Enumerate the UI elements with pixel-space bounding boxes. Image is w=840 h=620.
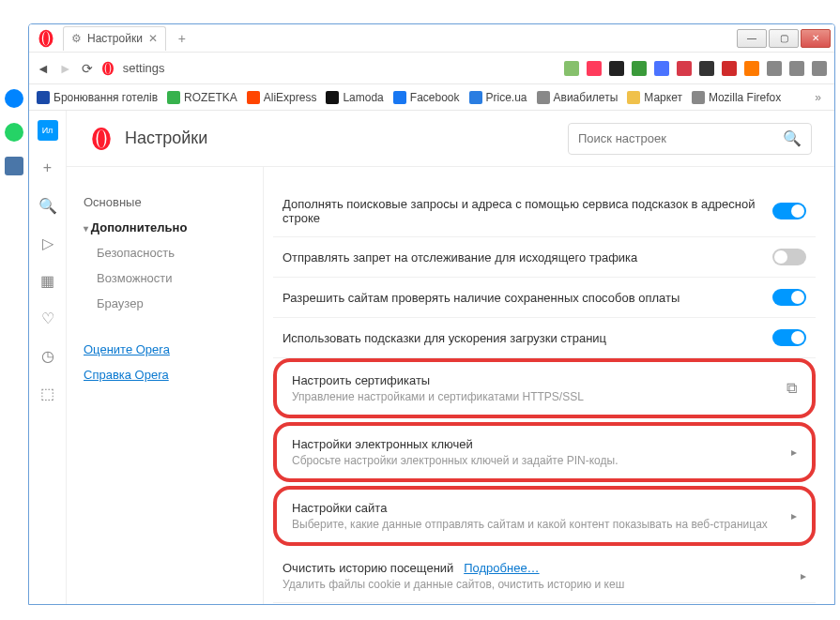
bookmark-item[interactable]: ROZETKA bbox=[167, 91, 237, 104]
bookmark-favicon bbox=[167, 91, 180, 104]
bookmark-label: Mozilla Firefox bbox=[709, 91, 781, 104]
vk-app-icon[interactable] bbox=[5, 157, 23, 175]
adblock-icon[interactable] bbox=[722, 61, 737, 76]
clear-sub: Удалить файлы cookie и данные сайтов, оч… bbox=[283, 578, 801, 591]
nav-basic[interactable]: Основные bbox=[84, 189, 246, 215]
opera-url-icon bbox=[100, 61, 115, 76]
reload-button[interactable]: ⟳ bbox=[82, 61, 93, 76]
messenger-app-icon[interactable] bbox=[5, 89, 23, 108]
bookmark-item[interactable]: Авиабилеты bbox=[537, 91, 619, 104]
chevron-right-icon: ▸ bbox=[791, 446, 797, 459]
opera-header-icon bbox=[89, 127, 114, 151]
ghost-icon[interactable] bbox=[609, 61, 624, 76]
link-certificates[interactable]: Настроить сертификаты Управление настрой… bbox=[286, 370, 802, 407]
link-clear-history[interactable]: Очистить историю посещений Подробнее… Уд… bbox=[273, 550, 816, 603]
extension-icons bbox=[564, 61, 827, 76]
tab-bar: ⚙ Настройки ✕ + — ▢ ✕ bbox=[29, 24, 834, 53]
toggle-dnt[interactable] bbox=[772, 249, 806, 265]
shield-icon[interactable] bbox=[564, 61, 579, 76]
bookmark-favicon bbox=[247, 91, 260, 104]
bookmark-item[interactable]: AliExpress bbox=[247, 91, 317, 104]
orange-icon[interactable] bbox=[744, 61, 759, 76]
row-payment-check: Разрешить сайтам проверять наличие сохра… bbox=[273, 278, 816, 318]
heart-icon[interactable] bbox=[587, 61, 602, 76]
svg-point-8 bbox=[98, 129, 105, 148]
tab-close-button[interactable]: ✕ bbox=[148, 32, 158, 45]
clear-more-link[interactable]: Подробнее… bbox=[464, 561, 539, 575]
menu-icon[interactable] bbox=[812, 61, 827, 76]
bookmark-favicon bbox=[393, 91, 406, 104]
keys-sub: Сбросьте настройки электронных ключей и … bbox=[292, 454, 791, 467]
prime-icon[interactable] bbox=[654, 61, 669, 76]
bookmark-favicon bbox=[692, 91, 705, 104]
row-autocomplete-label: Дополнять поисковые запросы и адреса с п… bbox=[283, 197, 761, 225]
row-dnt-label: Отправлять запрет на отслеживание для ис… bbox=[283, 250, 761, 265]
search-input[interactable] bbox=[578, 131, 775, 145]
link-security-keys[interactable]: Настройки электронных ключей Сбросьте на… bbox=[286, 433, 802, 471]
vpn-icon[interactable] bbox=[677, 61, 692, 76]
nav-security[interactable]: Безопасность bbox=[84, 240, 246, 265]
settings-search[interactable]: 🔍 bbox=[568, 123, 812, 155]
bookmark-label: Авиабилеты bbox=[554, 91, 619, 104]
clear-title: Очистить историю посещений bbox=[283, 561, 453, 575]
close-window-button[interactable]: ✕ bbox=[801, 29, 831, 48]
toggle-preload[interactable] bbox=[772, 329, 806, 346]
address-url: settings bbox=[123, 61, 165, 75]
nav-rate-opera[interactable]: Оцените Opera bbox=[84, 337, 246, 362]
search-side-icon[interactable]: 🔍 bbox=[38, 195, 58, 216]
whatsapp-app-icon[interactable] bbox=[5, 123, 23, 142]
bookmark-item[interactable]: Facebook bbox=[393, 91, 460, 104]
bookmark-favicon bbox=[37, 91, 50, 104]
toggle-payment[interactable] bbox=[772, 289, 806, 306]
translate-icon[interactable]: Ил bbox=[38, 120, 58, 141]
address-bar: ◄ ► ⟳ settings bbox=[29, 53, 834, 84]
bookmark-favicon bbox=[537, 91, 550, 104]
clock-icon[interactable]: ◷ bbox=[38, 345, 58, 366]
new-tab-button[interactable]: + bbox=[172, 28, 192, 49]
bookmark-item[interactable]: Price.ua bbox=[469, 91, 527, 104]
popout-icon: ⧉ bbox=[787, 380, 797, 397]
cert-sub: Управление настройками и сертификатами H… bbox=[292, 390, 787, 403]
apps-icon[interactable]: ▦ bbox=[38, 270, 58, 291]
bookmark-item[interactable]: Бронювання готелів bbox=[37, 91, 158, 104]
keys-title: Настройки электронных ключей bbox=[292, 437, 791, 451]
settings-main[interactable]: Дополнять поисковые запросы и адреса с п… bbox=[264, 167, 834, 604]
bookmark-item[interactable]: Lamoda bbox=[326, 91, 383, 104]
tab-settings[interactable]: ⚙ Настройки ✕ bbox=[63, 26, 166, 51]
settings-header: Настройки 🔍 bbox=[67, 111, 834, 167]
site-title: Настройки сайта bbox=[292, 501, 791, 515]
green-square-icon[interactable] bbox=[632, 61, 647, 76]
toggle-autocomplete[interactable] bbox=[772, 203, 806, 219]
address-field[interactable]: settings bbox=[100, 61, 165, 76]
nav-help-opera[interactable]: Справка Opera bbox=[84, 362, 246, 387]
bookmark-label: Lamoda bbox=[343, 91, 383, 104]
bookmark-favicon bbox=[326, 91, 339, 104]
opera-menu-button[interactable] bbox=[35, 27, 57, 50]
camera-icon[interactable] bbox=[767, 61, 782, 76]
nav-features[interactable]: Возможности bbox=[84, 265, 246, 291]
row-preload: Использовать подсказки для ускорения заг… bbox=[273, 318, 816, 358]
tab-title: Настройки bbox=[87, 32, 143, 45]
bookmarks-overflow[interactable]: » bbox=[809, 91, 827, 104]
browser-window: ⚙ Настройки ✕ + — ▢ ✕ ◄ ► ⟳ settings Бро… bbox=[28, 23, 835, 605]
heart-side-icon[interactable]: ♡ bbox=[38, 308, 58, 328]
nav-browser[interactable]: Браузер bbox=[84, 291, 246, 316]
bookmark-item[interactable]: Mozilla Firefox bbox=[692, 91, 781, 104]
bookmark-label: Бронювання готелів bbox=[53, 91, 158, 104]
maximize-button[interactable]: ▢ bbox=[769, 29, 799, 48]
bookmark-item[interactable]: Маркет bbox=[627, 91, 682, 104]
download-icon[interactable] bbox=[789, 61, 804, 76]
forward-button[interactable]: ► bbox=[59, 61, 72, 76]
send-icon[interactable]: ▷ bbox=[38, 233, 58, 253]
link-site-settings[interactable]: Настройки сайта Выберите, какие данные о… bbox=[286, 497, 802, 535]
back-button[interactable]: ◄ bbox=[37, 61, 50, 76]
row-payment-label: Разрешить сайтам проверять наличие сохра… bbox=[283, 291, 761, 305]
minimize-button[interactable]: — bbox=[737, 29, 767, 48]
row-crash-reports: Автоматически отправлять отчеты об авари… bbox=[273, 603, 816, 604]
nav-advanced[interactable]: Дополнительно bbox=[84, 215, 246, 240]
bookmarks-bar: Бронювання готелівROZETKAAliExpressLamod… bbox=[29, 84, 834, 111]
row-preload-label: Использовать подсказки для ускорения заг… bbox=[283, 331, 761, 345]
cube-icon[interactable]: ⬚ bbox=[38, 383, 58, 403]
sg-icon[interactable] bbox=[699, 61, 714, 76]
add-icon[interactable]: + bbox=[38, 158, 58, 178]
